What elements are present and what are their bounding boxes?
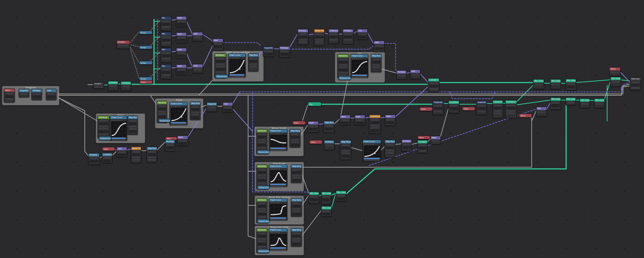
node-socket-row[interactable]: [194, 36, 202, 38]
node-value-field[interactable]: [258, 179, 266, 182]
node-socket-row[interactable]: [162, 69, 170, 71]
node-socket-row[interactable]: [339, 58, 348, 60]
node-socket-row[interactable]: [47, 93, 55, 95]
node-header[interactable]: Float Curve: [269, 198, 287, 202]
node-value-field[interactable]: [339, 69, 348, 71]
node-socket-row[interactable]: [370, 125, 379, 126]
node-math[interactable]: Math: [176, 64, 187, 75]
node-value-field[interactable]: [315, 36, 323, 38]
node-header[interactable]: Mix: [161, 17, 171, 20]
node-socket-row[interactable]: [122, 86, 130, 87]
node-header[interactable]: Attribute: [257, 228, 267, 232]
node-socket-row[interactable]: [398, 75, 405, 76]
node-socket-row[interactable]: [344, 33, 352, 35]
curve-fac-slider[interactable]: [171, 122, 186, 123]
node-header[interactable]: Map Range: [385, 140, 395, 143]
node-add[interactable]: Add: [192, 32, 203, 41]
node-socket-row[interactable]: [315, 41, 323, 43]
node-socket-row[interactable]: [132, 151, 140, 153]
curve-footer-row[interactable]: [171, 124, 186, 125]
node-output[interactable]: Output: [93, 82, 104, 89]
node-header[interactable]: Map Range: [290, 129, 300, 132]
node-collapsed-value[interactable]: Value: [519, 114, 532, 118]
node-value-field[interactable]: [341, 147, 350, 149]
node-value-field[interactable]: [258, 243, 266, 245]
node-value-field[interactable]: [5, 95, 13, 98]
node-combine-color[interactable]: Combine Color: [505, 100, 517, 118]
node-value-field[interactable]: [280, 53, 289, 55]
node-float-curve[interactable]: Float Curve: [350, 54, 368, 78]
node-math[interactable]: Math: [176, 48, 187, 58]
node-value-field[interactable]: [386, 147, 394, 149]
node-socket-row[interactable]: [299, 39, 307, 41]
node-socket-row[interactable]: [5, 98, 13, 100]
node-header[interactable]: Float Curve: [351, 54, 368, 57]
node-value-field[interactable]: [129, 130, 136, 133]
node-attribute[interactable]: Attribute: [98, 116, 110, 138]
curve-widget[interactable]: [270, 135, 287, 147]
node-socket-row[interactable]: [118, 45, 129, 46]
node-header[interactable]: Map Range: [291, 165, 301, 168]
node-header[interactable]: Output: [93, 82, 104, 85]
node-header[interactable]: Math: [176, 65, 186, 68]
node-header[interactable]: Attribute: [157, 101, 167, 104]
node-float-curve[interactable]: Float Curve: [170, 102, 187, 125]
node-map-range[interactable]: Map Range: [289, 129, 300, 148]
node-socket-row[interactable]: [224, 107, 232, 108]
node-value-field[interactable]: [478, 107, 485, 110]
curve-fac-slider[interactable]: [270, 148, 286, 149]
node-header[interactable]: Mix Color: [533, 79, 544, 83]
node-socket-row[interactable]: [567, 102, 574, 104]
node-socket-row[interactable]: [291, 141, 299, 143]
node-socket-row[interactable]: [337, 195, 345, 197]
node-map-range[interactable]: Map Range: [291, 228, 302, 247]
node-value-field[interactable]: [370, 129, 379, 132]
node-header[interactable]: Add: [357, 29, 367, 32]
node-value-field[interactable]: [291, 144, 299, 146]
curve-fac-slider[interactable]: [270, 247, 286, 249]
node-header[interactable]: Float Curve: [363, 140, 381, 143]
node-socket-row[interactable]: [258, 216, 266, 218]
curve-fac-slider[interactable]: [229, 74, 244, 76]
node-map-range[interactable]: Map Range: [385, 140, 395, 158]
node-header[interactable]: Attribute: [98, 116, 109, 119]
node-header[interactable]: Add: [374, 41, 384, 44]
node-socket-row[interactable]: [315, 33, 323, 35]
node-math[interactable]: Math: [340, 115, 350, 125]
node-float-curve[interactable]: Float Curve: [269, 129, 287, 151]
node-combine-xyz[interactable]: Combine XYZ: [102, 153, 112, 163]
node-socket-row[interactable]: [249, 63, 257, 65]
node-socket-row[interactable]: [386, 144, 394, 146]
node-value[interactable]: Value: [609, 67, 621, 76]
node-combine-color[interactable]: Combine Color: [448, 100, 459, 113]
node-mix-color[interactable]: Mix Color: [336, 191, 346, 201]
node-separate-color[interactable]: Separate Color: [432, 100, 443, 115]
node-socket-row[interactable]: [450, 105, 458, 107]
node-header[interactable]: Math: [431, 136, 440, 139]
node-socket-row[interactable]: [292, 174, 300, 176]
node-socket-row[interactable]: [292, 203, 300, 204]
node-multiply[interactable]: Multiply: [343, 29, 354, 44]
node-header[interactable]: Mix Color: [321, 206, 331, 209]
node-socket-row[interactable]: [494, 110, 502, 112]
node-socket-row[interactable]: [478, 110, 485, 112]
node-collapsed-displacement[interactable]: Displacement: [257, 150, 269, 154]
node-header[interactable]: Math: [176, 48, 186, 51]
curve-toolbar[interactable]: [171, 106, 186, 107]
node-header[interactable]: Mix: [161, 32, 171, 35]
node-socket-row[interactable]: [339, 64, 348, 66]
node-socket-row[interactable]: [191, 111, 199, 113]
node-subtract[interactable]: Subtract: [328, 29, 339, 44]
node-value-field[interactable]: [450, 107, 458, 110]
node-header[interactable]: Math: [385, 115, 395, 118]
node-socket-row[interactable]: [258, 240, 266, 242]
node-socket-row[interactable]: [216, 58, 225, 60]
node-header[interactable]: Material Output: [630, 77, 641, 80]
node-header[interactable]: Math: [340, 115, 350, 118]
node-socket-row[interactable]: [323, 196, 330, 198]
node-colorramp[interactable]: ColorRamp: [369, 115, 381, 133]
node-header[interactable]: Separate XYZ: [19, 89, 29, 92]
curve-footer-row[interactable]: [111, 139, 126, 141]
node-header[interactable]: Math: [177, 136, 188, 139]
node-value-field[interactable]: [372, 61, 380, 63]
